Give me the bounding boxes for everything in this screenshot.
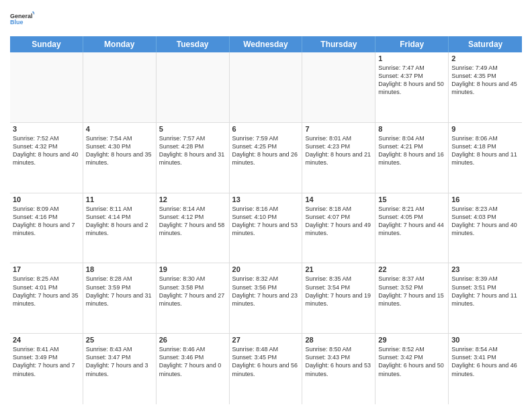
day-header-saturday: Saturday: [449, 36, 522, 52]
day-header-friday: Friday: [375, 36, 449, 52]
table-row: 9Sunrise: 8:06 AM Sunset: 4:18 PM Daylig…: [449, 123, 522, 193]
day-info: Sunrise: 8:54 AM Sunset: 3:41 PM Dayligh…: [451, 345, 519, 378]
day-number: 25: [86, 336, 153, 344]
day-number: 8: [378, 125, 445, 133]
table-row: 10Sunrise: 8:09 AM Sunset: 4:16 PM Dayli…: [10, 193, 83, 263]
day-number: 21: [305, 265, 372, 273]
day-number: 30: [451, 336, 519, 344]
day-header-thursday: Thursday: [302, 36, 375, 52]
day-info: Sunrise: 8:06 AM Sunset: 4:18 PM Dayligh…: [451, 134, 519, 167]
svg-marker-2: [32, 11, 34, 13]
week-row-3: 10Sunrise: 8:09 AM Sunset: 4:16 PM Dayli…: [10, 193, 522, 264]
day-info: Sunrise: 8:11 AM Sunset: 4:14 PM Dayligh…: [86, 205, 153, 238]
day-info: Sunrise: 8:43 AM Sunset: 3:47 PM Dayligh…: [86, 345, 153, 378]
logo-svg: General Blue: [10, 7, 34, 31]
logo: General Blue: [10, 7, 34, 31]
day-info: Sunrise: 7:52 AM Sunset: 4:32 PM Dayligh…: [13, 134, 80, 167]
table-row: 22Sunrise: 8:37 AM Sunset: 3:52 PM Dayli…: [375, 263, 449, 333]
day-info: Sunrise: 8:25 AM Sunset: 4:01 PM Dayligh…: [13, 275, 80, 308]
table-row: 15Sunrise: 8:21 AM Sunset: 4:05 PM Dayli…: [375, 193, 449, 263]
day-number: 5: [159, 125, 226, 133]
day-number: 22: [378, 265, 445, 273]
day-info: Sunrise: 8:35 AM Sunset: 3:54 PM Dayligh…: [305, 275, 372, 308]
table-row: 29Sunrise: 8:52 AM Sunset: 3:42 PM Dayli…: [375, 334, 449, 404]
svg-text:Blue: Blue: [10, 19, 24, 26]
day-info: Sunrise: 8:01 AM Sunset: 4:23 PM Dayligh…: [305, 134, 372, 167]
day-info: Sunrise: 8:41 AM Sunset: 3:49 PM Dayligh…: [13, 345, 80, 378]
day-number: 13: [232, 195, 300, 203]
table-row: 1Sunrise: 7:47 AM Sunset: 4:37 PM Daylig…: [375, 52, 449, 122]
day-number: 26: [159, 336, 226, 344]
table-row: 3Sunrise: 7:52 AM Sunset: 4:32 PM Daylig…: [10, 123, 83, 193]
table-row: 8Sunrise: 8:04 AM Sunset: 4:21 PM Daylig…: [375, 123, 449, 193]
table-row: 21Sunrise: 8:35 AM Sunset: 3:54 PM Dayli…: [302, 263, 375, 333]
day-header-tuesday: Tuesday: [157, 36, 230, 52]
day-info: Sunrise: 8:16 AM Sunset: 4:10 PM Dayligh…: [232, 205, 300, 238]
day-info: Sunrise: 8:46 AM Sunset: 3:46 PM Dayligh…: [159, 345, 226, 378]
table-row: 4Sunrise: 7:54 AM Sunset: 4:30 PM Daylig…: [83, 123, 157, 193]
day-header-sunday: Sunday: [10, 36, 83, 52]
page-header: General Blue: [10, 7, 522, 31]
table-row: [10, 52, 83, 122]
day-info: Sunrise: 8:52 AM Sunset: 3:42 PM Dayligh…: [378, 345, 445, 378]
day-header-wednesday: Wednesday: [230, 36, 303, 52]
table-row: 25Sunrise: 8:43 AM Sunset: 3:47 PM Dayli…: [83, 334, 157, 404]
table-row: [157, 52, 230, 122]
table-row: 19Sunrise: 8:30 AM Sunset: 3:58 PM Dayli…: [157, 263, 230, 333]
day-info: Sunrise: 8:48 AM Sunset: 3:45 PM Dayligh…: [232, 345, 300, 378]
svg-marker-3: [33, 13, 34, 15]
day-number: 27: [232, 336, 300, 344]
day-number: 4: [86, 125, 153, 133]
day-info: Sunrise: 8:30 AM Sunset: 3:58 PM Dayligh…: [159, 275, 226, 308]
day-info: Sunrise: 8:28 AM Sunset: 3:59 PM Dayligh…: [86, 275, 153, 308]
table-row: 24Sunrise: 8:41 AM Sunset: 3:49 PM Dayli…: [10, 334, 83, 404]
day-info: Sunrise: 7:54 AM Sunset: 4:30 PM Dayligh…: [86, 134, 153, 167]
table-row: 2Sunrise: 7:49 AM Sunset: 4:35 PM Daylig…: [449, 52, 522, 122]
calendar-header: SundayMondayTuesdayWednesdayThursdayFrid…: [10, 36, 522, 52]
table-row: 18Sunrise: 8:28 AM Sunset: 3:59 PM Dayli…: [83, 263, 157, 333]
table-row: 20Sunrise: 8:32 AM Sunset: 3:56 PM Dayli…: [230, 263, 303, 333]
day-info: Sunrise: 8:37 AM Sunset: 3:52 PM Dayligh…: [378, 275, 445, 308]
day-number: 7: [305, 125, 372, 133]
day-info: Sunrise: 8:18 AM Sunset: 4:07 PM Dayligh…: [305, 205, 372, 238]
day-info: Sunrise: 7:59 AM Sunset: 4:25 PM Dayligh…: [232, 134, 300, 167]
table-row: [230, 52, 303, 122]
day-info: Sunrise: 7:57 AM Sunset: 4:28 PM Dayligh…: [159, 134, 226, 167]
table-row: 7Sunrise: 8:01 AM Sunset: 4:23 PM Daylig…: [302, 123, 375, 193]
table-row: 28Sunrise: 8:50 AM Sunset: 3:43 PM Dayli…: [302, 334, 375, 404]
day-info: Sunrise: 8:39 AM Sunset: 3:51 PM Dayligh…: [451, 275, 519, 308]
week-row-5: 24Sunrise: 8:41 AM Sunset: 3:49 PM Dayli…: [10, 334, 522, 404]
week-row-1: 1Sunrise: 7:47 AM Sunset: 4:37 PM Daylig…: [10, 52, 522, 123]
day-number: 18: [86, 265, 153, 273]
table-row: 5Sunrise: 7:57 AM Sunset: 4:28 PM Daylig…: [157, 123, 230, 193]
day-number: 15: [378, 195, 445, 203]
day-info: Sunrise: 8:04 AM Sunset: 4:21 PM Dayligh…: [378, 134, 445, 167]
table-row: 30Sunrise: 8:54 AM Sunset: 3:41 PM Dayli…: [449, 334, 522, 404]
table-row: 17Sunrise: 8:25 AM Sunset: 4:01 PM Dayli…: [10, 263, 83, 333]
day-info: Sunrise: 8:21 AM Sunset: 4:05 PM Dayligh…: [378, 205, 445, 238]
day-number: 20: [232, 265, 300, 273]
table-row: [302, 52, 375, 122]
table-row: 12Sunrise: 8:14 AM Sunset: 4:12 PM Dayli…: [157, 193, 230, 263]
week-row-2: 3Sunrise: 7:52 AM Sunset: 4:32 PM Daylig…: [10, 123, 522, 193]
day-info: Sunrise: 8:14 AM Sunset: 4:12 PM Dayligh…: [159, 205, 226, 238]
day-info: Sunrise: 7:47 AM Sunset: 4:37 PM Dayligh…: [378, 64, 445, 97]
day-number: 2: [451, 54, 519, 62]
day-number: 6: [232, 125, 300, 133]
day-number: 19: [159, 265, 226, 273]
svg-text:General: General: [10, 13, 33, 19]
day-number: 24: [13, 336, 80, 344]
day-info: Sunrise: 8:23 AM Sunset: 4:03 PM Dayligh…: [451, 205, 519, 238]
calendar: SundayMondayTuesdayWednesdayThursdayFrid…: [10, 36, 522, 404]
day-number: 3: [13, 125, 80, 133]
table-row: [83, 52, 157, 122]
day-number: 11: [86, 195, 153, 203]
day-number: 9: [451, 125, 519, 133]
day-info: Sunrise: 7:49 AM Sunset: 4:35 PM Dayligh…: [451, 64, 519, 97]
table-row: 13Sunrise: 8:16 AM Sunset: 4:10 PM Dayli…: [230, 193, 303, 263]
day-number: 17: [13, 265, 80, 273]
day-header-monday: Monday: [83, 36, 157, 52]
day-number: 23: [451, 265, 519, 273]
table-row: 6Sunrise: 7:59 AM Sunset: 4:25 PM Daylig…: [230, 123, 303, 193]
day-info: Sunrise: 8:50 AM Sunset: 3:43 PM Dayligh…: [305, 345, 372, 378]
